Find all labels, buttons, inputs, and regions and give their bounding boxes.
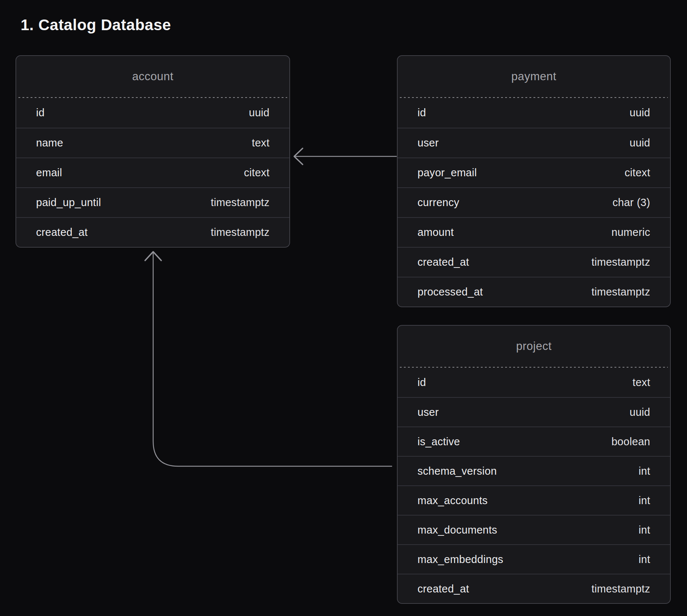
column-name: amount [418,226,454,238]
column-name: name [36,137,63,149]
column-type: citext [244,167,270,179]
column-row[interactable]: processed_attimestamptz [398,277,670,307]
column-row[interactable]: max_accountsint [398,485,670,515]
column-type: int [638,524,650,536]
table-title: account [16,56,289,97]
table-card-payment[interactable]: payment iduuiduseruuidpayor_emailcitextc… [397,55,671,307]
column-type: uuid [249,107,269,119]
column-name: created_at [418,583,469,595]
column-type: timestamptz [591,256,650,268]
column-row[interactable]: max_documentsint [398,515,670,544]
page-title: 1. Catalog Database [21,16,171,34]
column-type: uuid [630,137,650,149]
column-list: idtextuseruuidis_activebooleanschema_ver… [398,368,670,603]
column-type: citext [625,167,651,179]
column-name: email [36,167,62,179]
column-type: int [638,553,650,566]
column-type: numeric [612,226,650,238]
column-type: timestamptz [591,583,650,595]
column-type: int [638,495,650,507]
column-row[interactable]: schema_versionint [398,456,670,485]
column-row[interactable]: iduuid [16,98,289,128]
column-name: schema_version [418,465,497,477]
column-name: id [36,107,45,119]
column-row[interactable]: is_activeboolean [398,426,670,456]
column-row[interactable]: emailcitext [16,157,289,187]
column-name: currency [418,197,459,209]
column-name: max_embeddings [418,553,503,566]
column-type: char (3) [613,197,650,209]
column-type: uuid [630,107,650,119]
column-row[interactable]: created_attimestamptz [398,247,670,277]
column-name: payor_email [418,167,477,179]
column-name: paid_up_until [36,197,101,209]
column-name: id [418,376,426,389]
column-type: text [633,376,650,389]
column-row[interactable]: amountnumeric [398,217,670,247]
column-name: processed_at [418,286,483,298]
column-name: is_active [418,436,460,448]
column-type: timestamptz [591,286,650,298]
column-type: boolean [612,436,650,448]
fk-arrow-project-to-account[interactable] [145,252,392,466]
column-row[interactable]: currencychar (3) [398,187,670,217]
column-type: int [638,465,650,477]
column-name: id [418,107,426,119]
column-row[interactable]: created_attimestamptz [16,217,289,247]
column-type: uuid [630,406,650,418]
column-row[interactable]: idtext [398,368,670,397]
table-title: project [398,326,670,367]
column-row[interactable]: iduuid [398,98,670,128]
column-row[interactable]: useruuid [398,397,670,426]
column-row[interactable]: nametext [16,128,289,157]
column-type: timestamptz [211,226,269,238]
column-name: created_at [36,226,88,238]
column-name: user [418,406,439,418]
fk-arrow-payment-to-account[interactable] [294,148,397,164]
column-type: text [252,137,269,149]
column-row[interactable]: payor_emailcitext [398,157,670,187]
column-row[interactable]: useruuid [398,128,670,157]
diagram-canvas: 1. Catalog Database account iduuidnamete… [0,0,687,616]
column-name: max_documents [418,524,497,536]
table-card-project[interactable]: project idtextuseruuidis_activebooleansc… [397,325,671,604]
table-card-account[interactable]: account iduuidnametextemailcitextpaid_up… [15,55,290,248]
column-row[interactable]: created_attimestamptz [398,574,670,603]
column-list: iduuidnametextemailcitextpaid_up_untilti… [16,98,289,247]
table-title: payment [398,56,670,97]
column-name: user [418,137,439,149]
column-name: max_accounts [418,495,488,507]
column-name: created_at [418,256,469,268]
column-type: timestamptz [211,197,269,209]
column-row[interactable]: paid_up_untiltimestamptz [16,187,289,217]
column-list: iduuiduseruuidpayor_emailcitextcurrencyc… [398,98,670,307]
column-row[interactable]: max_embeddingsint [398,544,670,574]
